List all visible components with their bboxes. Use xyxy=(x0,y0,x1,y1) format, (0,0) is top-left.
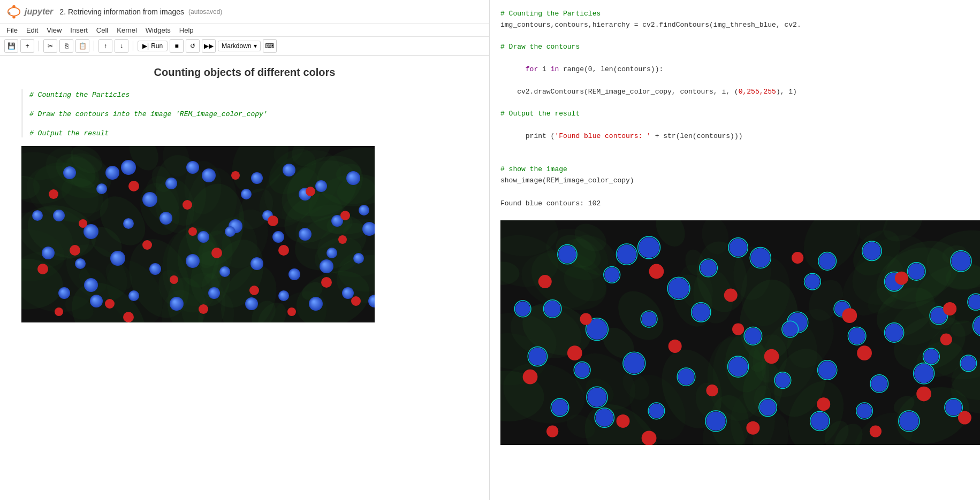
paste-button[interactable]: 📋 xyxy=(75,39,89,53)
restart-run-button[interactable]: ▶▶ xyxy=(202,39,216,53)
comment-counting: # Counting the Particles xyxy=(29,91,130,99)
svg-point-2 xyxy=(8,7,20,16)
code-cell-comments: # Counting the Particles # Draw the cont… xyxy=(21,89,468,137)
right-comment-2: # Draw the contours xyxy=(500,42,969,53)
svg-point-3 xyxy=(9,12,11,14)
menu-help[interactable]: Help xyxy=(179,26,194,34)
jupyter-header: jupyter 2. Retrieving information from i… xyxy=(0,0,489,24)
left-microscopy-image xyxy=(21,146,375,322)
notebook-content: Counting objects of different colors # C… xyxy=(0,56,489,500)
menu-edit[interactable]: Edit xyxy=(26,26,38,34)
cell-heading: Counting objects of different colors xyxy=(21,66,468,79)
right-line-5: show_image(REM_image_color_copy) xyxy=(500,175,969,187)
menu-insert[interactable]: Insert xyxy=(70,26,88,34)
cut-button[interactable]: ✂ xyxy=(43,39,57,53)
stop-button[interactable]: ■ xyxy=(170,39,184,53)
jupyter-logo-icon xyxy=(6,4,21,19)
menu-cell[interactable]: Cell xyxy=(96,26,108,34)
add-cell-button[interactable]: + xyxy=(20,39,34,53)
run-button[interactable]: ▶| Run xyxy=(138,41,168,51)
toolbar-separator-2 xyxy=(94,41,94,51)
run-icon: ▶| xyxy=(142,42,149,50)
save-button[interactable]: 💾 xyxy=(4,39,18,53)
menu-widgets[interactable]: Widgets xyxy=(146,26,171,34)
kernel-selector[interactable]: Markdown ▾ xyxy=(218,41,260,51)
menu-file[interactable]: File xyxy=(6,26,18,34)
right-line-3: cv2.drawContours(REM_image_color_copy, c… xyxy=(500,87,969,98)
chevron-down-icon: ▾ xyxy=(254,42,257,50)
toolbar: 💾 + ✂ ⎘ 📋 ↑ ↓ ▶| Run ■ ↺ ▶▶ Markdown ▾ ⌨ xyxy=(0,37,489,56)
keyboard-button[interactable]: ⌨ xyxy=(263,39,277,53)
right-line-4: print ('Found blue contours: ' + str(len… xyxy=(500,120,969,153)
left-panel: jupyter 2. Retrieving information from i… xyxy=(0,0,490,500)
right-microscopy-image xyxy=(500,220,980,445)
run-label: Run xyxy=(151,42,163,50)
toolbar-separator xyxy=(39,41,39,51)
comment-output: # Output the result xyxy=(29,129,109,137)
right-comment-1: # Counting the Particles xyxy=(500,9,969,20)
right-line-1: img_contours,contours,hierarchy = cv2.fi… xyxy=(500,20,969,31)
comment-draw: # Draw the contours into the image 'REM_… xyxy=(29,110,268,118)
kernel-label: Markdown xyxy=(222,42,251,50)
right-image-container xyxy=(500,220,969,447)
jupyter-brand-label: jupyter xyxy=(25,7,53,17)
menu-bar: File Edit View Insert Cell Kernel Widget… xyxy=(0,24,489,37)
move-up-button[interactable]: ↑ xyxy=(98,39,112,53)
left-image-container xyxy=(21,146,468,325)
code-block: # Counting the Particles img_contours,co… xyxy=(500,9,969,187)
right-comment-3: # Output the result xyxy=(500,109,969,120)
menu-kernel[interactable]: Kernel xyxy=(117,26,137,34)
toolbar-separator-3 xyxy=(133,41,133,51)
move-down-button[interactable]: ↓ xyxy=(115,39,128,53)
autosaved-label: (autosaved) xyxy=(188,8,222,16)
right-comment-4: # show the image xyxy=(500,164,969,175)
notebook-title: 2. Retrieving information from images xyxy=(59,7,184,16)
copy-button[interactable]: ⎘ xyxy=(59,39,73,53)
restart-button[interactable]: ↺ xyxy=(186,39,200,53)
output-text: Found blue contours: 102 xyxy=(500,199,969,207)
right-line-2: for i in range(0, len(contours)): xyxy=(500,53,969,86)
menu-view[interactable]: View xyxy=(47,26,62,34)
right-panel: # Counting the Particles img_contours,co… xyxy=(490,0,980,500)
jupyter-logo: jupyter xyxy=(6,4,53,19)
